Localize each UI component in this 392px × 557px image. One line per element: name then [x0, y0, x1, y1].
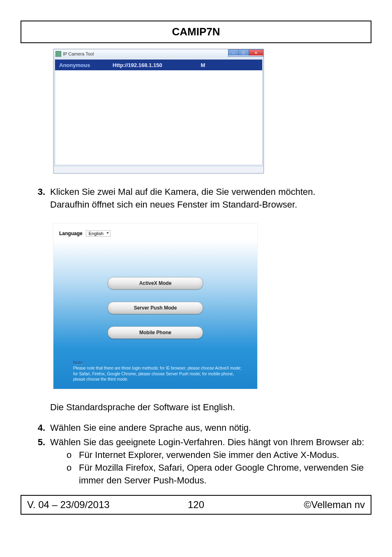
camera-url: Http://192.168.1.150 [113, 62, 195, 68]
footer-page-number: 120 [171, 499, 221, 511]
body-text: Die Standardsprache der Software ist Eng… [50, 402, 235, 412]
window-controls: — ▢ X [228, 49, 263, 57]
footer-copyright: ©Velleman nv [221, 499, 365, 511]
window-title: IP Camera Tool [63, 51, 94, 56]
screenshot-login-page: Language English ActiveX Mode Server Pus… [53, 224, 371, 389]
language-label: Language [59, 231, 83, 236]
note-body: Please note that there are three login m… [73, 366, 242, 381]
window-statusbar [54, 166, 263, 173]
screenshot-ip-camera-tool: IP Camera Tool — ▢ X Anonymous Http://19… [53, 49, 264, 173]
step-number: 3. [21, 186, 50, 211]
server-push-mode-button[interactable]: Server Push Mode [108, 302, 203, 314]
substep-text: Für Internet Explorer, verwenden Sie imm… [79, 449, 371, 462]
language-value: English [89, 231, 104, 236]
close-button[interactable]: X [249, 50, 263, 55]
step-text: Wählen Sie das geeignete Login-Verfahren… [50, 437, 364, 447]
bullet-icon: o [67, 449, 79, 462]
login-note: Note: Please note that there are three l… [73, 360, 245, 382]
step-text: Daraufhin öffnet sich ein neues Fenster … [50, 199, 297, 210]
page-footer: V. 04 – 23/09/2013 120 ©Velleman nv [21, 495, 371, 515]
activex-mode-button[interactable]: ActiveX Mode [108, 277, 203, 289]
app-icon [55, 51, 61, 57]
note-title: Note: [73, 361, 84, 365]
page-header-title: CAMIP7N [21, 21, 371, 43]
step-number: 4. [21, 422, 50, 435]
camera-list-row[interactable]: Anonymous Http://192.168.1.150 M [55, 60, 262, 70]
camera-name: Anonymous [59, 62, 113, 68]
step-text: Wählen Sie eine andere Sprache aus, wenn… [50, 422, 371, 435]
camera-flag: M [195, 62, 211, 68]
step-text: Klicken Sie zwei Mal auf die Kamera, die… [50, 187, 316, 197]
maximize-button[interactable]: ▢ [239, 50, 249, 55]
chevron-down-icon [106, 232, 109, 234]
substep-text: Für Mozilla Firefox, Safari, Opera oder … [79, 462, 371, 487]
window-titlebar: IP Camera Tool — ▢ X [54, 49, 263, 58]
footer-version: V. 04 – 23/09/2013 [27, 499, 171, 511]
mobile-phone-button[interactable]: Mobile Phone [108, 326, 203, 339]
bullet-icon: o [67, 462, 79, 487]
step-number: 5. [21, 436, 50, 487]
camera-list-empty-area [55, 70, 262, 165]
language-select[interactable]: English [86, 230, 111, 237]
minimize-button[interactable]: — [228, 50, 239, 55]
